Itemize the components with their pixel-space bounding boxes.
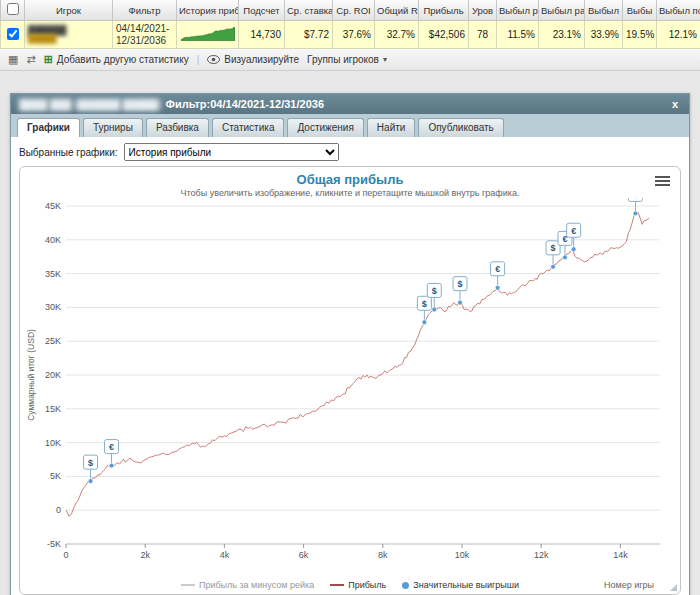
legend-item-net-profit[interactable]: Прибыль за минусом рейка <box>181 580 314 590</box>
out-early-cell: 11.5% <box>497 21 539 49</box>
col-filter[interactable]: Фильтр <box>113 0 177 21</box>
chart-subtitle: Чтобы увеличить изображение, кликните и … <box>24 188 676 198</box>
svg-text:4k: 4k <box>220 550 230 560</box>
col-out-mid[interactable]: Выбыл <box>585 0 623 21</box>
table-toolbar: ▦ ⇄ ⊞ Добавить другую статистику | Визуа… <box>0 49 700 71</box>
col-level[interactable]: Уров <box>469 0 497 21</box>
svg-text:12k: 12k <box>534 550 549 560</box>
report-icon[interactable]: ▦ <box>8 53 18 66</box>
profit-cell: $42,506 <box>419 21 469 49</box>
table-row: ██████ █████ 04/14/2021- 12/31/2036 14,7… <box>1 21 700 49</box>
svg-text:35K: 35K <box>45 269 61 279</box>
svg-text:10K: 10K <box>45 438 61 448</box>
svg-text:2k: 2k <box>140 550 150 560</box>
legend-item-profit[interactable]: Прибыль <box>330 580 386 590</box>
svg-text:-5K: -5K <box>47 539 61 549</box>
col-profit-history[interactable]: История прибы <box>177 0 239 21</box>
svg-text:$: $ <box>551 243 556 253</box>
svg-text:$: $ <box>633 198 638 200</box>
total-roi-cell: 32.7% <box>375 21 419 49</box>
svg-text:45K: 45K <box>45 201 61 211</box>
profit-chart-panel: Общая прибыль Чтобы увеличить изображени… <box>19 166 681 595</box>
svg-text:$: $ <box>458 279 463 289</box>
svg-text:40K: 40K <box>45 235 61 245</box>
tab-achievements[interactable]: Достижения <box>287 118 363 137</box>
svg-text:14k: 14k <box>613 550 628 560</box>
chart-legend: Прибыль за минусом рейка Прибыль Значите… <box>24 578 676 592</box>
col-avg-stake[interactable]: Ср. ставка <box>285 0 333 21</box>
select-all-checkbox[interactable] <box>7 3 19 15</box>
player-groups-button[interactable]: Группы игроков ▾ <box>307 54 387 65</box>
svg-text:0: 0 <box>56 505 61 515</box>
svg-text:15K: 15K <box>45 404 61 414</box>
panel-content: Выбранные графики: История прибыли Общая… <box>11 137 689 595</box>
avg-stake-cell: $7.72 <box>285 21 333 49</box>
col-profit[interactable]: Прибыль <box>419 0 469 21</box>
table-header-row: Игрок Фильтр История прибы Подсчет Ср. с… <box>1 0 700 21</box>
player-stats-table: Игрок Фильтр История прибы Подсчет Ср. с… <box>0 0 700 49</box>
add-statistic-button[interactable]: ⊞ Добавить другую статистику <box>44 53 189 66</box>
eye-icon <box>207 55 220 64</box>
col-out-early[interactable]: Выбыл ран <box>497 0 539 21</box>
col-out-late[interactable]: Выбыл поз <box>657 0 700 21</box>
toolbar-separator: | <box>197 54 200 65</box>
svg-text:$: $ <box>88 458 93 468</box>
player-detail-panel: ████ ███ (██████ █████) Фильтр:04/14/202… <box>10 93 690 595</box>
panel-header: ████ ███ (██████ █████) Фильтр:04/14/202… <box>11 94 689 114</box>
charts-select[interactable]: История прибыли <box>124 143 339 161</box>
legend-item-big-wins[interactable]: Значительные выигрыши <box>402 580 519 590</box>
svg-text:$: $ <box>432 286 437 296</box>
chart-menu-icon[interactable] <box>655 174 670 188</box>
avg-roi-cell: 37.6% <box>333 21 375 49</box>
col-avg-roi[interactable]: Ср. ROI <box>333 0 375 21</box>
resize-grip[interactable] <box>670 584 677 591</box>
svg-text:8k: 8k <box>378 550 388 560</box>
filter-cell: 04/14/2021- 12/31/2036 <box>113 21 177 49</box>
panel-player-name-redacted: ████ ███ (██████ █████) <box>19 99 162 110</box>
svg-text:10k: 10k <box>455 550 470 560</box>
player-name-cell[interactable]: ██████ █████ <box>25 21 113 49</box>
out-late-mid-cell: 19.5% <box>623 21 657 49</box>
legend-swatch-line <box>330 584 344 586</box>
visualize-button[interactable]: Визуализируйте <box>207 54 299 65</box>
col-player[interactable]: Игрок <box>25 0 113 21</box>
refresh-icon[interactable]: ⇄ <box>26 53 35 66</box>
col-total-roi[interactable]: Общий ROI <box>375 0 419 21</box>
sparkline-cell <box>177 21 239 49</box>
out-late-cell: 12.1% <box>657 21 700 49</box>
x-axis-title: Номер игры <box>604 580 654 590</box>
out-mid-cell: 33.9% <box>585 21 623 49</box>
out-early-mid-cell: 23.1% <box>539 21 585 49</box>
close-icon[interactable]: x <box>669 99 681 110</box>
player-subname-redacted: █████ <box>28 35 109 43</box>
svg-text:30K: 30K <box>45 302 61 312</box>
add-icon: ⊞ <box>44 53 53 66</box>
tab-breakdown[interactable]: Разбивка <box>146 118 209 137</box>
col-count[interactable]: Подсчет <box>239 0 285 21</box>
level-cell: 78 <box>469 21 497 49</box>
row-checkbox[interactable] <box>7 28 19 40</box>
legend-swatch-dot <box>402 582 409 589</box>
svg-text:5K: 5K <box>50 471 61 481</box>
svg-text:Суммарный итог (USD): Суммарный итог (USD) <box>26 329 36 421</box>
svg-text:25K: 25K <box>45 336 61 346</box>
charts-select-label: Выбранные графики: <box>19 147 118 158</box>
svg-text:€: € <box>109 442 114 452</box>
svg-text:€: € <box>495 264 500 274</box>
tab-publish[interactable]: Опубликовать <box>418 118 503 137</box>
tab-tournaments[interactable]: Турниры <box>83 118 143 137</box>
svg-text:€: € <box>571 226 576 236</box>
legend-swatch-line <box>181 584 195 586</box>
tab-charts[interactable]: Графики <box>17 118 80 137</box>
col-out-early-mid[interactable]: Выбыл рано/ <box>539 0 585 21</box>
svg-text:$: $ <box>422 299 427 309</box>
tab-find[interactable]: Найти <box>367 118 416 137</box>
svg-text:0: 0 <box>63 550 68 560</box>
chevron-down-icon: ▾ <box>383 55 387 64</box>
chart-title: Общая прибыль <box>24 172 676 187</box>
col-out-late-mid[interactable]: Выбы <box>623 0 657 21</box>
profit-sparkline <box>181 26 235 41</box>
tab-statistics[interactable]: Статистика <box>212 118 285 137</box>
svg-text:6k: 6k <box>299 550 309 560</box>
profit-chart-svg[interactable]: 45K40K35K30K25K20K15K10K5K0-5K02k4k6k8k1… <box>24 198 672 576</box>
